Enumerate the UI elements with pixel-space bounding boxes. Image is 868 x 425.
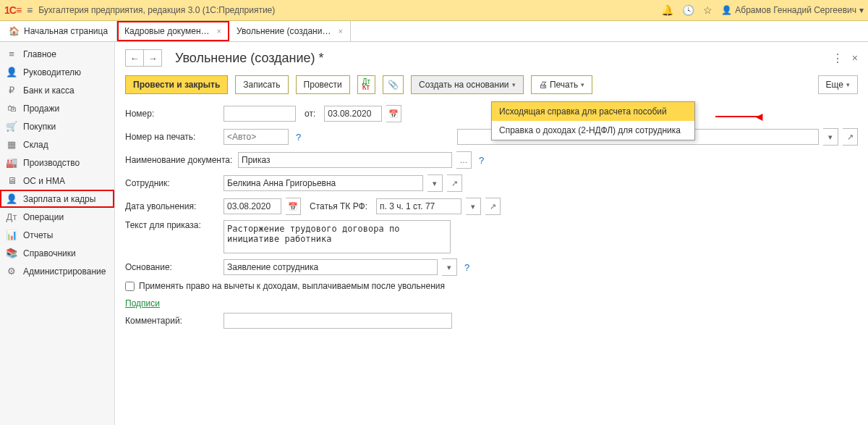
select-icon[interactable]: … <box>456 151 472 169</box>
books-icon: 📚 <box>6 248 17 258</box>
cart-icon: 🛒 <box>6 121 17 132</box>
close-icon[interactable]: × <box>852 52 858 64</box>
order-text-label: Текст для приказа: <box>125 220 219 230</box>
signatures-link[interactable]: Подписи <box>125 298 160 308</box>
sidebar-item-label: Склад <box>23 140 48 150</box>
help-icon[interactable]: ? <box>479 155 484 166</box>
user-name: Абрамов Геннадий Сергеевич <box>735 5 856 15</box>
bag-icon: 🛍 <box>6 103 17 114</box>
sidebar-item-sales[interactable]: 🛍Продажи <box>0 99 114 117</box>
sidebar-item-purchase[interactable]: 🛒Покупки <box>0 117 114 135</box>
post-button[interactable]: Провести <box>296 75 350 94</box>
calendar-icon[interactable]: 📅 <box>386 105 401 122</box>
sidebar-item-reports[interactable]: 📊Отчеты <box>0 226 114 244</box>
sidebar-item-warehouse[interactable]: ▦Склад <box>0 135 114 153</box>
tk-input[interactable] <box>376 198 461 214</box>
sidebar-item-label: Администрирование <box>23 266 106 277</box>
home-icon: 🏠 <box>9 26 20 36</box>
sidebar-item-production[interactable]: 🏭Производство <box>0 153 114 172</box>
sidebar-item-label: Покупки <box>23 122 56 132</box>
tab-uvolnenie[interactable]: Увольнение (создани… × <box>229 21 351 41</box>
history-icon[interactable]: 🕓 <box>682 4 694 16</box>
tab-kadry[interactable]: Кадровые докумен… × <box>117 21 229 41</box>
open-icon[interactable]: ↗ <box>843 128 858 146</box>
save-button[interactable]: Записать <box>235 75 288 94</box>
sidebar-item-label: Справочники <box>23 248 76 258</box>
bell-icon[interactable]: 🔔 <box>661 4 673 16</box>
sidebar-item-refs[interactable]: 📚Справочники <box>0 244 114 262</box>
chart-icon: 📊 <box>6 230 17 240</box>
top-right: 🔔 🕓 ☆ 👤 Абрамов Геннадий Сергеевич ▾ <box>661 4 864 16</box>
top-bar: 1C≡ ≡ Бухгалтерия предприятия, редакция … <box>0 0 868 21</box>
post-close-button[interactable]: Провести и закрыть <box>125 75 228 94</box>
page-title: Увольнение (создание) * <box>175 51 324 66</box>
comment-label: Комментарий: <box>125 316 219 326</box>
dropdown-icon[interactable]: ▾ <box>823 128 838 146</box>
print-number-input[interactable] <box>224 129 289 145</box>
grid-icon: ▦ <box>6 139 17 150</box>
open-icon[interactable]: ↗ <box>447 174 462 192</box>
logo: 1C≡ <box>4 4 21 16</box>
tab-bar: 🏠 Начальная страница Кадровые докумен… ×… <box>0 21 868 42</box>
from-date-input[interactable] <box>324 106 382 122</box>
sidebar-item-os[interactable]: 🖥ОС и НМА <box>0 172 114 190</box>
list-icon: ≡ <box>6 49 17 59</box>
sidebar-item-bank[interactable]: ₽Банк и касса <box>0 81 114 99</box>
sidebar-item-label: Банк и касса <box>23 85 75 96</box>
dropdown-icon[interactable]: ▾ <box>466 198 481 215</box>
dropdown-item-benefit-cert[interactable]: Исходящая справка для расчета пособий <box>492 102 694 121</box>
deduction-checkbox[interactable]: Применять право на вычеты к доходам, вып… <box>125 281 858 291</box>
create-based-dropdown: Исходящая справка для расчета пособий Сп… <box>491 101 695 140</box>
open-icon[interactable]: ↗ <box>485 198 501 215</box>
fire-date-input[interactable] <box>224 198 281 214</box>
print-number-label: Номер на печать: <box>125 132 219 142</box>
close-icon[interactable]: × <box>338 27 342 35</box>
attach-button[interactable]: 📎 <box>383 75 404 94</box>
sidebar-item-label: Зарплата и кадры <box>23 194 95 204</box>
print-button[interactable]: 🖨 Печать▾ <box>531 75 593 94</box>
tab-home[interactable]: 🏠 Начальная страница <box>0 21 117 41</box>
doc-name-label: Наименование документа: <box>125 155 234 165</box>
more-button[interactable]: Еще▾ <box>818 75 858 94</box>
comment-input[interactable] <box>224 313 452 329</box>
sidebar-item-admin[interactable]: ⚙Администрирование <box>0 262 114 280</box>
user-icon: 👤 <box>721 5 732 15</box>
dtkt-button[interactable]: ДтКт <box>357 75 375 94</box>
basis-input[interactable] <box>224 259 438 275</box>
employee-input[interactable] <box>224 175 423 191</box>
gear-icon: ⚙ <box>6 266 17 277</box>
dtkt-icon: Дт <box>6 211 17 222</box>
create-based-button[interactable]: Создать на основании▾ <box>411 75 524 94</box>
tab-label: Увольнение (создани… <box>237 26 331 36</box>
sidebar-item-main[interactable]: ≡Главное <box>0 45 114 63</box>
help-icon[interactable]: ? <box>296 132 301 143</box>
back-button[interactable]: ← <box>126 50 143 66</box>
sidebar-item-salary[interactable]: 👤Зарплата и кадры <box>0 190 114 208</box>
star-icon[interactable]: ☆ <box>703 4 712 16</box>
tab-label: Начальная страница <box>24 26 108 36</box>
employee-label: Сотрудник: <box>125 178 219 188</box>
more-icon[interactable]: ⋮ <box>832 51 843 65</box>
sidebar-item-manager[interactable]: 👤Руководителю <box>0 63 114 81</box>
dropdown-icon[interactable]: ▾ <box>427 174 443 192</box>
close-icon[interactable]: × <box>217 27 221 35</box>
calendar-icon[interactable]: 📅 <box>286 198 301 215</box>
sidebar-item-label: Отчеты <box>23 230 53 240</box>
forward-button[interactable]: → <box>143 50 161 66</box>
nav-buttons: ← → <box>125 49 162 67</box>
menu-icon[interactable]: ≡ <box>27 4 33 16</box>
help-icon[interactable]: ? <box>464 262 469 273</box>
sidebar-item-label: Производство <box>23 158 80 168</box>
dropdown-icon[interactable]: ▾ <box>442 258 457 276</box>
basis-label: Основание: <box>125 262 219 272</box>
user-menu[interactable]: 👤 Абрамов Геннадий Сергеевич ▾ <box>721 5 864 15</box>
number-input[interactable] <box>224 106 296 122</box>
doc-name-input[interactable] <box>238 152 452 168</box>
sidebar-item-label: Продажи <box>23 104 59 114</box>
checkbox-input[interactable] <box>125 282 135 291</box>
chevron-down-icon: ▾ <box>859 5 864 15</box>
order-text-input[interactable] <box>224 220 451 253</box>
sidebar-item-operations[interactable]: ДтОперации <box>0 208 114 226</box>
dropdown-item-2ndfl[interactable]: Справка о доходах (2-НДФЛ) для сотрудник… <box>492 121 694 140</box>
printer-icon: 🖨 <box>539 80 548 90</box>
